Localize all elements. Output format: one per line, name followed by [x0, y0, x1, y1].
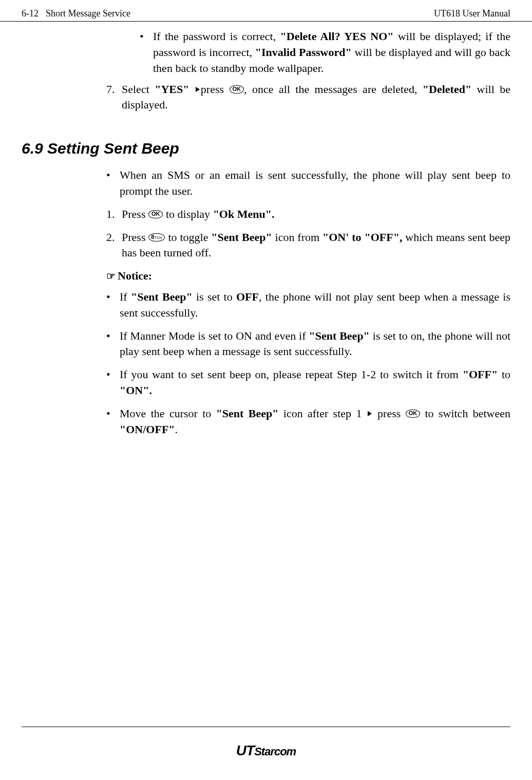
page-content: If the password is correct, "Delete All?… — [0, 22, 532, 437]
page-footer: UTStarcom — [0, 716, 532, 780]
step-1: 1. Press OK to display "Ok Menu". — [106, 207, 510, 222]
bullet-switch-on: If you want to set sent beep on, please … — [106, 367, 510, 399]
bullet-password: If the password is correct, "Delete All?… — [140, 29, 510, 76]
notice-text: Notice: — [118, 269, 152, 282]
text: If Manner Mode is set to ON and even if — [120, 329, 309, 342]
text: If — [120, 290, 131, 303]
step-number: 2. — [106, 230, 115, 246]
text: icon after step 1 — [278, 407, 366, 420]
ok-button-icon: OK — [148, 210, 163, 218]
text: Move the cursor to — [120, 407, 216, 420]
text-bold: "OFF" — [463, 368, 498, 381]
text-bold: "Delete All? YES NO" — [280, 30, 394, 43]
text-bold: "Sent Beep" — [131, 290, 193, 303]
text-bold: "Sent Beep" — [216, 407, 279, 420]
footer-divider — [22, 727, 510, 727]
text: to — [498, 368, 510, 381]
bullet-manner-mode: If Manner Mode is set to ON and even if … — [106, 328, 510, 360]
text-bold: "Sent Beep" — [211, 231, 272, 244]
text: Press — [122, 208, 148, 220]
utstarcom-logo: UTStarcom — [22, 740, 510, 760]
logo-starcom: Starcom — [254, 745, 296, 758]
bullet-move-cursor: Move the cursor to "Sent Beep" icon afte… — [106, 406, 510, 438]
text: When an SMS or an email is sent successf… — [120, 169, 510, 197]
page-header: 6-12 Short Message Service UT618 User Ma… — [0, 0, 532, 22]
text: , once all the messages are deleted, — [244, 83, 423, 96]
text: If you want to set sent beep on, please … — [120, 368, 463, 381]
text-bold: "Deleted" — [423, 83, 471, 96]
text: Press — [122, 231, 148, 244]
text: Select — [122, 83, 155, 96]
text-bold: OFF — [236, 290, 259, 303]
text-bold: "YES" — [155, 83, 189, 96]
ok-button-icon: OK — [406, 410, 421, 418]
text: . — [175, 423, 178, 436]
triangle-icon — [368, 411, 372, 416]
text: press — [201, 83, 230, 96]
text-bold: "ON/OFF" — [120, 423, 175, 436]
step-2: 2. Press 8TUV to toggle "Sent Beep" icon… — [106, 230, 510, 262]
step-7: 7. Select "YES" press OK, once all the m… — [106, 82, 510, 114]
section-name: Short Message Service — [46, 7, 130, 20]
text: If the password is correct, — [153, 30, 280, 43]
step-number: 1. — [106, 207, 115, 222]
text-bold: "ON". — [120, 384, 152, 397]
text-bold: "Invalid Password" — [255, 46, 352, 59]
text-bold: "Ok Menu". — [213, 208, 275, 220]
bullet-off-note: If "Sent Beep" is set to OFF, the phone … — [106, 289, 510, 321]
pointing-hand-icon: ☞ — [106, 270, 116, 282]
text: icon from — [272, 231, 322, 244]
text-bold: "Sent Beep" — [309, 329, 369, 342]
text: to toggle — [165, 231, 211, 244]
text: to display — [163, 208, 213, 220]
text-bold: "ON' to "OFF", — [322, 231, 402, 244]
key-8-button-icon: 8TUV — [148, 233, 165, 242]
step-number: 7. — [106, 82, 115, 98]
section-title: 6.9 Setting Sent Beep — [22, 138, 510, 159]
header-left: 6-12 Short Message Service — [22, 7, 130, 20]
triangle-icon — [196, 87, 200, 92]
text: press — [373, 407, 406, 420]
manual-name: UT618 User Manual — [434, 7, 510, 20]
text: is set to — [193, 290, 236, 303]
notice-label: ☞Notice: — [106, 268, 510, 284]
bullet-sent-beep-intro: When an SMS or an email is sent successf… — [106, 168, 510, 199]
text: to switch between — [420, 407, 510, 420]
page-number: 6-12 — [22, 7, 39, 20]
logo-ut: UT — [236, 742, 254, 758]
ok-button-icon: OK — [230, 85, 244, 94]
